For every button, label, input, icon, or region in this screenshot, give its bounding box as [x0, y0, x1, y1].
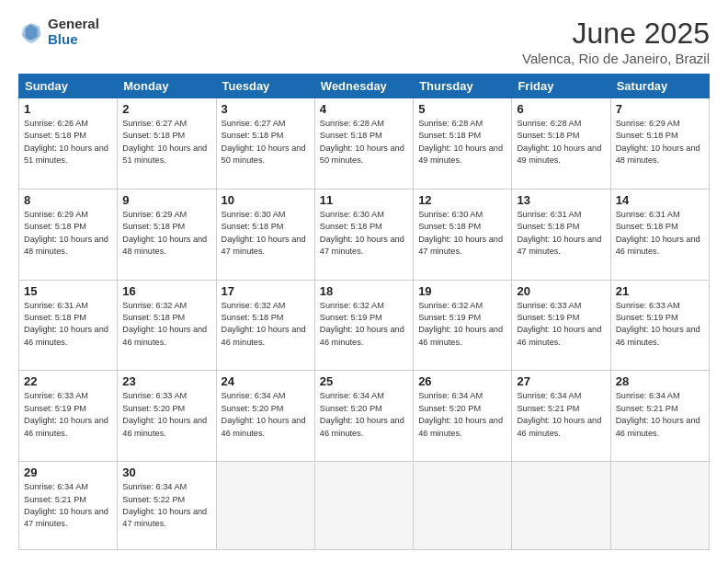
- calendar-day-cell: [414, 462, 512, 550]
- day-number: 25: [320, 374, 408, 388]
- calendar-day-cell: 18 Sunrise: 6:32 AMSunset: 5:19 PMDaylig…: [314, 280, 413, 371]
- day-info: Sunrise: 6:34 AMSunset: 5:21 PMDaylight:…: [517, 391, 601, 437]
- calendar-day-cell: 11 Sunrise: 6:30 AMSunset: 5:18 PMDaylig…: [314, 189, 413, 280]
- day-info: Sunrise: 6:29 AMSunset: 5:18 PMDaylight:…: [24, 210, 108, 256]
- calendar-header-cell: Friday: [512, 75, 610, 98]
- calendar-day-cell: 8 Sunrise: 6:29 AMSunset: 5:18 PMDayligh…: [19, 189, 118, 280]
- day-info: Sunrise: 6:33 AMSunset: 5:19 PMDaylight:…: [517, 301, 601, 347]
- day-number: 11: [320, 193, 408, 207]
- day-number: 15: [24, 284, 112, 298]
- calendar-header-cell: Sunday: [19, 75, 118, 98]
- calendar-day-cell: 28 Sunrise: 6:34 AMSunset: 5:21 PMDaylig…: [610, 371, 709, 462]
- calendar-day-cell: 17 Sunrise: 6:32 AMSunset: 5:18 PMDaylig…: [216, 280, 314, 371]
- day-info: Sunrise: 6:31 AMSunset: 5:18 PMDaylight:…: [616, 210, 700, 256]
- day-number: 20: [517, 284, 605, 298]
- calendar-day-cell: [610, 462, 709, 550]
- calendar-day-cell: [314, 462, 413, 550]
- calendar-day-cell: 16 Sunrise: 6:32 AMSunset: 5:18 PMDaylig…: [118, 280, 216, 371]
- day-info: Sunrise: 6:34 AMSunset: 5:20 PMDaylight:…: [418, 391, 503, 437]
- logo-blue: Blue: [48, 32, 99, 48]
- day-number: 9: [122, 193, 210, 207]
- day-number: 4: [320, 102, 408, 116]
- calendar-day-cell: 19 Sunrise: 6:32 AMSunset: 5:19 PMDaylig…: [414, 280, 512, 371]
- calendar-day-cell: 24 Sunrise: 6:34 AMSunset: 5:20 PMDaylig…: [216, 371, 314, 462]
- calendar-day-cell: 7 Sunrise: 6:29 AMSunset: 5:18 PMDayligh…: [610, 98, 709, 190]
- day-number: 5: [418, 102, 506, 116]
- day-number: 30: [122, 465, 210, 479]
- day-info: Sunrise: 6:29 AMSunset: 5:18 PMDaylight:…: [122, 210, 207, 256]
- day-info: Sunrise: 6:28 AMSunset: 5:18 PMDaylight:…: [320, 119, 404, 165]
- logo-text: General Blue: [48, 17, 99, 47]
- day-number: 28: [616, 374, 704, 388]
- calendar-day-cell: 12 Sunrise: 6:30 AMSunset: 5:18 PMDaylig…: [414, 189, 512, 280]
- calendar-day-cell: 26 Sunrise: 6:34 AMSunset: 5:20 PMDaylig…: [414, 371, 512, 462]
- day-number: 24: [222, 374, 310, 388]
- calendar-header-cell: Tuesday: [216, 75, 314, 98]
- day-info: Sunrise: 6:26 AMSunset: 5:18 PMDaylight:…: [24, 119, 108, 165]
- day-number: 16: [122, 284, 210, 298]
- calendar-day-cell: 13 Sunrise: 6:31 AMSunset: 5:18 PMDaylig…: [512, 189, 610, 280]
- calendar-day-cell: 20 Sunrise: 6:33 AMSunset: 5:19 PMDaylig…: [512, 280, 610, 371]
- day-number: 1: [24, 102, 112, 116]
- day-info: Sunrise: 6:28 AMSunset: 5:18 PMDaylight:…: [418, 119, 503, 165]
- calendar-day-cell: 23 Sunrise: 6:33 AMSunset: 5:20 PMDaylig…: [118, 371, 216, 462]
- calendar-week-row: 22 Sunrise: 6:33 AMSunset: 5:19 PMDaylig…: [19, 371, 710, 462]
- day-info: Sunrise: 6:32 AMSunset: 5:18 PMDaylight:…: [122, 301, 207, 347]
- calendar-day-cell: 15 Sunrise: 6:31 AMSunset: 5:18 PMDaylig…: [19, 280, 118, 371]
- calendar-header-cell: Thursday: [414, 75, 512, 98]
- calendar-day-cell: 30 Sunrise: 6:34 AMSunset: 5:22 PMDaylig…: [118, 462, 216, 550]
- calendar-day-cell: 14 Sunrise: 6:31 AMSunset: 5:18 PMDaylig…: [610, 189, 709, 280]
- day-info: Sunrise: 6:34 AMSunset: 5:21 PMDaylight:…: [616, 391, 700, 437]
- day-number: 7: [616, 102, 704, 116]
- day-number: 8: [24, 193, 112, 207]
- logo-icon: [18, 19, 44, 45]
- calendar-header-cell: Saturday: [610, 75, 709, 98]
- calendar-day-cell: 10 Sunrise: 6:30 AMSunset: 5:18 PMDaylig…: [216, 189, 314, 280]
- day-info: Sunrise: 6:27 AMSunset: 5:18 PMDaylight:…: [122, 119, 207, 165]
- day-info: Sunrise: 6:31 AMSunset: 5:18 PMDaylight:…: [517, 210, 601, 256]
- calendar-week-row: 1 Sunrise: 6:26 AMSunset: 5:18 PMDayligh…: [19, 98, 710, 190]
- day-info: Sunrise: 6:30 AMSunset: 5:18 PMDaylight:…: [320, 210, 404, 256]
- calendar-day-cell: 2 Sunrise: 6:27 AMSunset: 5:18 PMDayligh…: [118, 98, 216, 190]
- calendar-day-cell: [512, 462, 610, 550]
- calendar-header-cell: Monday: [118, 75, 216, 98]
- calendar-day-cell: [216, 462, 314, 550]
- calendar-table: SundayMondayTuesdayWednesdayThursdayFrid…: [18, 74, 710, 550]
- day-info: Sunrise: 6:34 AMSunset: 5:20 PMDaylight:…: [320, 391, 404, 437]
- day-number: 3: [222, 102, 310, 116]
- calendar-day-cell: 4 Sunrise: 6:28 AMSunset: 5:18 PMDayligh…: [314, 98, 413, 190]
- day-number: 13: [517, 193, 605, 207]
- day-number: 18: [320, 284, 408, 298]
- day-info: Sunrise: 6:33 AMSunset: 5:19 PMDaylight:…: [24, 391, 108, 437]
- day-info: Sunrise: 6:30 AMSunset: 5:18 PMDaylight:…: [222, 210, 306, 256]
- day-number: 14: [616, 193, 704, 207]
- day-number: 19: [418, 284, 506, 298]
- day-info: Sunrise: 6:30 AMSunset: 5:18 PMDaylight:…: [418, 210, 503, 256]
- calendar-body: 1 Sunrise: 6:26 AMSunset: 5:18 PMDayligh…: [19, 98, 710, 550]
- day-number: 17: [222, 284, 310, 298]
- top-section: General Blue June 2025 Valenca, Rio de J…: [18, 17, 710, 66]
- day-number: 29: [24, 465, 112, 479]
- calendar-day-cell: 1 Sunrise: 6:26 AMSunset: 5:18 PMDayligh…: [19, 98, 118, 190]
- logo: General Blue: [18, 17, 99, 47]
- calendar-header: SundayMondayTuesdayWednesdayThursdayFrid…: [19, 75, 710, 98]
- main-title: June 2025: [522, 17, 710, 51]
- calendar-day-cell: 21 Sunrise: 6:33 AMSunset: 5:19 PMDaylig…: [610, 280, 709, 371]
- calendar-header-cell: Wednesday: [314, 75, 413, 98]
- logo-general: General: [48, 17, 99, 32]
- day-number: 27: [517, 374, 605, 388]
- day-number: 2: [122, 102, 210, 116]
- day-number: 12: [418, 193, 506, 207]
- day-info: Sunrise: 6:28 AMSunset: 5:18 PMDaylight:…: [517, 119, 601, 165]
- day-number: 22: [24, 374, 112, 388]
- calendar-day-cell: 5 Sunrise: 6:28 AMSunset: 5:18 PMDayligh…: [414, 98, 512, 190]
- calendar-day-cell: 22 Sunrise: 6:33 AMSunset: 5:19 PMDaylig…: [19, 371, 118, 462]
- calendar-day-cell: 6 Sunrise: 6:28 AMSunset: 5:18 PMDayligh…: [512, 98, 610, 190]
- calendar-day-cell: 3 Sunrise: 6:27 AMSunset: 5:18 PMDayligh…: [216, 98, 314, 190]
- day-number: 10: [222, 193, 310, 207]
- calendar-week-row: 15 Sunrise: 6:31 AMSunset: 5:18 PMDaylig…: [19, 280, 710, 371]
- calendar-week-row: 29 Sunrise: 6:34 AMSunset: 5:21 PMDaylig…: [19, 462, 710, 550]
- subtitle: Valenca, Rio de Janeiro, Brazil: [522, 51, 710, 66]
- day-info: Sunrise: 6:34 AMSunset: 5:21 PMDaylight:…: [24, 482, 108, 528]
- page: General Blue June 2025 Valenca, Rio de J…: [0, 0, 728, 563]
